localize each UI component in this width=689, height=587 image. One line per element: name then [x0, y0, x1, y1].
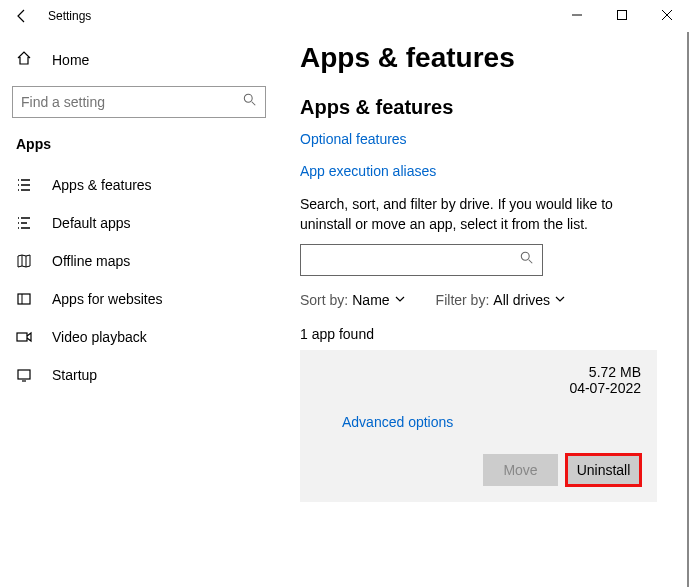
nav-default-apps[interactable]: Default apps: [0, 204, 278, 242]
help-text: Search, sort, and filter by drive. If yo…: [300, 195, 657, 234]
page-title: Apps & features: [300, 42, 657, 74]
nav-startup[interactable]: Startup: [0, 356, 278, 394]
svg-point-2: [244, 94, 252, 102]
window-title: Settings: [48, 9, 91, 23]
uninstall-button[interactable]: Uninstall: [566, 454, 641, 486]
back-button[interactable]: [8, 2, 36, 30]
search-icon: [243, 93, 257, 111]
filter-value: All drives: [493, 292, 550, 308]
search-icon: [520, 251, 534, 269]
svg-rect-5: [17, 333, 27, 341]
video-icon: [16, 329, 36, 345]
filter-label: Filter by:: [436, 292, 490, 308]
svg-rect-1: [617, 11, 626, 20]
home-label: Home: [52, 52, 89, 68]
app-date: 04-07-2022: [569, 380, 641, 396]
sort-label: Sort by:: [300, 292, 348, 308]
nav-label: Video playback: [52, 329, 147, 345]
nav-label: Startup: [52, 367, 97, 383]
minimize-button[interactable]: [554, 0, 599, 30]
nav-video-playback[interactable]: Video playback: [0, 318, 278, 356]
nav-offline-maps[interactable]: Offline maps: [0, 242, 278, 280]
app-count: 1 app found: [300, 326, 657, 342]
settings-search-input[interactable]: [21, 94, 243, 110]
app-item[interactable]: 5.72 MB 04-07-2022 Advanced options Move…: [300, 350, 657, 502]
advanced-options-link[interactable]: Advanced options: [342, 414, 453, 430]
filter-by-dropdown[interactable]: Filter by: All drives: [436, 292, 566, 308]
home-icon: [16, 50, 36, 70]
nav-apps-websites[interactable]: Apps for websites: [0, 280, 278, 318]
optional-features-link[interactable]: Optional features: [300, 131, 657, 147]
app-search-input[interactable]: [309, 252, 520, 268]
app-search[interactable]: [300, 244, 543, 276]
svg-point-8: [521, 253, 529, 261]
section-header: Apps: [0, 132, 278, 166]
app-execution-aliases-link[interactable]: App execution aliases: [300, 163, 657, 179]
nav-label: Apps for websites: [52, 291, 163, 307]
nav-label: Default apps: [52, 215, 131, 231]
move-button: Move: [483, 454, 558, 486]
settings-search[interactable]: [12, 86, 266, 118]
nav-label: Offline maps: [52, 253, 130, 269]
maximize-button[interactable]: [599, 0, 644, 30]
svg-line-9: [529, 260, 533, 264]
list-icon: [16, 177, 36, 193]
svg-rect-6: [18, 370, 30, 379]
sort-by-dropdown[interactable]: Sort by: Name: [300, 292, 406, 308]
chevron-down-icon: [394, 292, 406, 308]
chevron-down-icon: [554, 292, 566, 308]
section-subtitle: Apps & features: [300, 96, 657, 119]
nav-apps-features[interactable]: Apps & features: [0, 166, 278, 204]
close-button[interactable]: [644, 0, 689, 30]
svg-rect-4: [18, 294, 30, 304]
nav-label: Apps & features: [52, 177, 152, 193]
home-nav[interactable]: Home: [0, 42, 278, 78]
sidebar: Home Apps Apps & features Default apps: [0, 32, 278, 587]
svg-line-3: [252, 102, 256, 106]
app-size: 5.72 MB: [569, 364, 641, 380]
startup-icon: [16, 367, 36, 383]
sort-value: Name: [352, 292, 389, 308]
websites-icon: [16, 291, 36, 307]
defaults-icon: [16, 215, 36, 231]
map-icon: [16, 253, 36, 269]
main-content: Apps & features Apps & features Optional…: [278, 32, 689, 587]
